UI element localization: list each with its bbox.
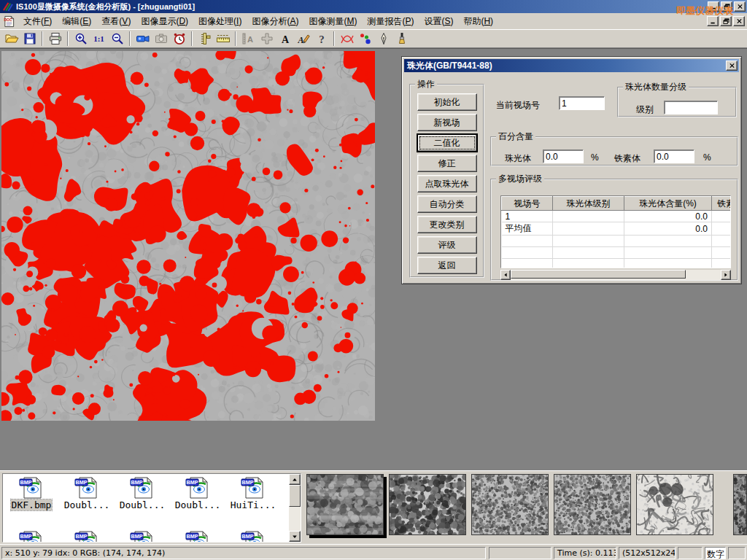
thumbnail-image[interactable] (472, 475, 548, 534)
dialog-close-button[interactable] (726, 61, 738, 71)
annotate-icon[interactable]: A (294, 31, 312, 47)
scrollbar-thumb[interactable] (511, 270, 686, 279)
op-button-更改类别[interactable]: 更改类别 (417, 216, 477, 233)
vendor-watermark: 即墨仪器仪表 (676, 4, 733, 18)
table-cell (712, 222, 732, 236)
metallographic-image[interactable] (1, 51, 375, 421)
op-button-初始化[interactable]: 初始化 (417, 93, 477, 111)
file-list[interactable]: BMPDKF.bmpBMPDoubl...BMPDoubl...BMPDoubl… (2, 473, 301, 542)
table-row[interactable] (502, 259, 732, 269)
thumbnail-image[interactable] (637, 475, 713, 534)
save-file-icon[interactable] (20, 31, 39, 47)
dialog-title-bar[interactable]: 珠光体(GB/T9441-88) (404, 59, 739, 72)
menu-edit[interactable]: 编辑(E) (57, 14, 96, 28)
file-item-Doubl...[interactable]: BMPDoubl... (115, 476, 169, 510)
level-input[interactable] (664, 101, 718, 114)
current-field-input[interactable] (559, 96, 605, 110)
menu-view[interactable]: 查看(V) (96, 14, 136, 28)
particle-count-icon[interactable] (356, 31, 374, 47)
menu-image-display[interactable]: 图像显示(D) (136, 14, 193, 28)
mdi-close-button[interactable] (733, 16, 745, 26)
scrollbar-track[interactable] (686, 270, 721, 280)
mdi-restore-button[interactable] (720, 16, 732, 26)
thumbnail-image[interactable] (390, 475, 465, 534)
file-item-Doubl...[interactable]: BMPDoubl... (60, 476, 114, 510)
scroll-right-button[interactable] (721, 270, 731, 280)
actual-size-icon[interactable]: 1:1 (90, 31, 108, 47)
video-capture-icon[interactable] (133, 31, 152, 47)
table-row[interactable]: 10.0 (502, 211, 732, 222)
ferrite-percent-input[interactable] (654, 149, 694, 163)
pointer-pen-icon[interactable] (374, 31, 392, 47)
menu-image-process[interactable]: 图像处理(I) (193, 14, 247, 28)
file-item-partial[interactable]: BMP (226, 530, 280, 542)
file-item-Doubl...[interactable]: BMPDoubl... (171, 476, 225, 510)
camera-capture-icon[interactable] (152, 31, 170, 47)
op-button-修正[interactable]: 修正 (417, 155, 477, 172)
thumbnail-2[interactable] (389, 474, 466, 535)
table-horizontal-scrollbar[interactable] (500, 270, 731, 280)
status-time: Time (s): 0.113 (554, 547, 616, 559)
text-label-icon[interactable]: A (276, 31, 294, 47)
mdi-minimize-button[interactable] (707, 16, 719, 26)
close-button[interactable] (734, 1, 746, 12)
help-icon[interactable]: ? (312, 31, 330, 47)
file-item-partial[interactable]: BMP (171, 530, 225, 542)
scroll-left-button[interactable] (500, 270, 511, 280)
table-row[interactable]: 平均值0.0 (502, 222, 732, 236)
op-button-新视场[interactable]: 新视场 (417, 114, 477, 131)
table-row[interactable] (502, 247, 732, 259)
pearlite-percent-input[interactable] (543, 149, 584, 163)
op-button-点取珠光体[interactable]: 点取珠光体 (417, 175, 477, 192)
scrollbar-thumb[interactable] (289, 485, 301, 507)
op-button-评级[interactable]: 评级 (417, 236, 477, 254)
op-button-返回[interactable]: 返回 (417, 257, 477, 274)
measure-text-icon[interactable]: A (239, 31, 258, 47)
thumbnail-3[interactable] (471, 474, 549, 535)
scroll-up-button[interactable] (289, 474, 301, 485)
file-item-partial[interactable]: BMP (4, 530, 58, 542)
op-button-自动分类[interactable]: 自动分类 (417, 195, 477, 213)
toolbar-separator (42, 31, 43, 46)
thumbnail-1[interactable] (306, 474, 384, 535)
print-icon[interactable] (46, 31, 64, 47)
status-empty-3 (728, 547, 746, 559)
zoom-in-icon[interactable] (71, 31, 90, 47)
table-row[interactable] (502, 236, 732, 247)
scroll-down-button[interactable] (289, 531, 301, 542)
document-icon[interactable]: DOC (2, 15, 18, 28)
thumbnail-image[interactable] (307, 475, 383, 534)
svg-text:A: A (247, 35, 253, 44)
op-button-二值化[interactable]: 二值化 (417, 134, 477, 152)
menu-image-measure[interactable]: 图像测量(M) (303, 14, 362, 28)
file-item-partial[interactable]: BMP (60, 530, 114, 542)
menu-file[interactable]: 文件(F) (18, 14, 57, 28)
file-item-DKF.bmp[interactable]: BMPDKF.bmp (4, 476, 58, 510)
image-merge-icon[interactable] (258, 31, 276, 47)
caliper-icon[interactable] (196, 31, 214, 47)
ruler-icon[interactable] (214, 31, 232, 47)
status-empty-1 (489, 547, 551, 559)
file-item-HuiTi...[interactable]: BMPHuiTi... (226, 476, 280, 510)
thumbnail-image[interactable] (734, 475, 747, 534)
timer-icon[interactable] (170, 31, 188, 47)
curve-tool-icon[interactable] (338, 31, 356, 47)
table-cell (502, 236, 553, 247)
pearlite-percent-sign: % (591, 152, 599, 163)
menu-help[interactable]: 帮助(H) (458, 14, 498, 28)
thumbnail-5[interactable] (636, 474, 713, 535)
zoom-out-icon[interactable] (108, 31, 126, 47)
file-list-scrollbar[interactable] (289, 474, 301, 542)
file-name: Doubl... (119, 499, 166, 510)
rating-table[interactable]: 视场号珠光体级别珠光体含量(%)铁素体含量(%)10.0平均值0.0 (501, 196, 731, 268)
thumbnail-image[interactable] (554, 475, 630, 534)
menu-settings[interactable]: 设置(S) (419, 14, 458, 28)
open-file-icon[interactable] (2, 31, 20, 47)
file-item-partial[interactable]: BMP (115, 530, 169, 542)
menu-measure-report[interactable]: 测量报告(P) (362, 14, 419, 28)
menu-image-analysis[interactable]: 图像分析(A) (247, 14, 303, 28)
paint-brush-icon[interactable] (392, 31, 411, 47)
thumbnail-4[interactable] (554, 474, 631, 535)
thumbnail-partial[interactable] (733, 474, 747, 535)
pearlite-dialog: 珠光体(GB/T9441-88) 操作 初始化新视场二值化修正点取珠光体自动分类… (401, 56, 742, 284)
